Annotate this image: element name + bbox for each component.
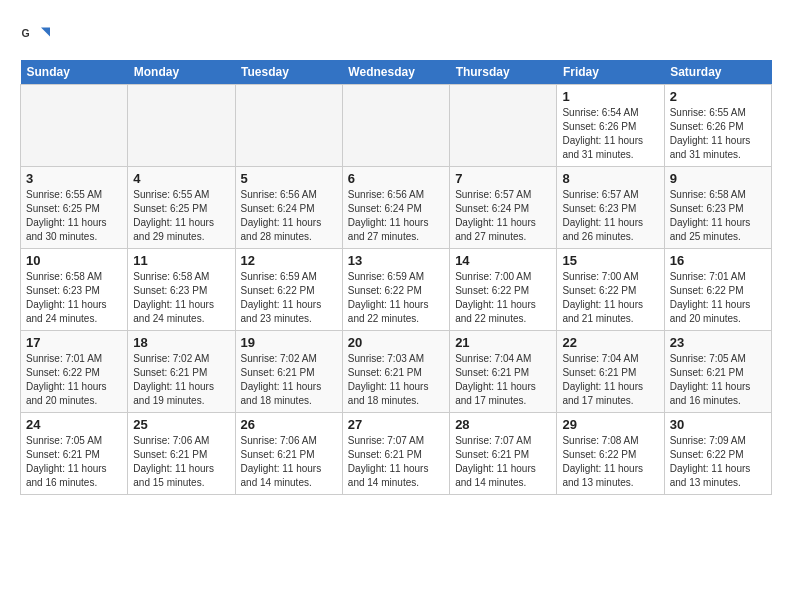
day-info: Sunrise: 7:02 AM Sunset: 6:21 PM Dayligh… bbox=[133, 352, 229, 408]
calendar-cell: 28Sunrise: 7:07 AM Sunset: 6:21 PM Dayli… bbox=[450, 413, 557, 495]
weekday-header-friday: Friday bbox=[557, 60, 664, 85]
calendar-cell: 14Sunrise: 7:00 AM Sunset: 6:22 PM Dayli… bbox=[450, 249, 557, 331]
day-number: 29 bbox=[562, 417, 658, 432]
day-number: 30 bbox=[670, 417, 766, 432]
day-info: Sunrise: 7:01 AM Sunset: 6:22 PM Dayligh… bbox=[670, 270, 766, 326]
calendar-cell: 15Sunrise: 7:00 AM Sunset: 6:22 PM Dayli… bbox=[557, 249, 664, 331]
day-info: Sunrise: 6:59 AM Sunset: 6:22 PM Dayligh… bbox=[241, 270, 337, 326]
calendar-cell: 26Sunrise: 7:06 AM Sunset: 6:21 PM Dayli… bbox=[235, 413, 342, 495]
calendar-cell: 30Sunrise: 7:09 AM Sunset: 6:22 PM Dayli… bbox=[664, 413, 771, 495]
calendar-cell: 2Sunrise: 6:55 AM Sunset: 6:26 PM Daylig… bbox=[664, 85, 771, 167]
page-header: G bbox=[20, 20, 772, 50]
weekday-header-saturday: Saturday bbox=[664, 60, 771, 85]
week-row-3: 10Sunrise: 6:58 AM Sunset: 6:23 PM Dayli… bbox=[21, 249, 772, 331]
calendar-cell: 22Sunrise: 7:04 AM Sunset: 6:21 PM Dayli… bbox=[557, 331, 664, 413]
day-number: 28 bbox=[455, 417, 551, 432]
day-number: 8 bbox=[562, 171, 658, 186]
calendar-cell: 3Sunrise: 6:55 AM Sunset: 6:25 PM Daylig… bbox=[21, 167, 128, 249]
day-info: Sunrise: 7:06 AM Sunset: 6:21 PM Dayligh… bbox=[241, 434, 337, 490]
day-info: Sunrise: 7:09 AM Sunset: 6:22 PM Dayligh… bbox=[670, 434, 766, 490]
day-info: Sunrise: 7:00 AM Sunset: 6:22 PM Dayligh… bbox=[455, 270, 551, 326]
calendar-cell: 29Sunrise: 7:08 AM Sunset: 6:22 PM Dayli… bbox=[557, 413, 664, 495]
calendar-cell: 24Sunrise: 7:05 AM Sunset: 6:21 PM Dayli… bbox=[21, 413, 128, 495]
day-info: Sunrise: 7:00 AM Sunset: 6:22 PM Dayligh… bbox=[562, 270, 658, 326]
day-info: Sunrise: 6:55 AM Sunset: 6:25 PM Dayligh… bbox=[133, 188, 229, 244]
day-info: Sunrise: 6:57 AM Sunset: 6:24 PM Dayligh… bbox=[455, 188, 551, 244]
week-row-2: 3Sunrise: 6:55 AM Sunset: 6:25 PM Daylig… bbox=[21, 167, 772, 249]
day-info: Sunrise: 7:02 AM Sunset: 6:21 PM Dayligh… bbox=[241, 352, 337, 408]
calendar-cell: 16Sunrise: 7:01 AM Sunset: 6:22 PM Dayli… bbox=[664, 249, 771, 331]
day-info: Sunrise: 6:58 AM Sunset: 6:23 PM Dayligh… bbox=[26, 270, 122, 326]
day-number: 22 bbox=[562, 335, 658, 350]
calendar-cell: 5Sunrise: 6:56 AM Sunset: 6:24 PM Daylig… bbox=[235, 167, 342, 249]
calendar-cell: 9Sunrise: 6:58 AM Sunset: 6:23 PM Daylig… bbox=[664, 167, 771, 249]
day-info: Sunrise: 7:05 AM Sunset: 6:21 PM Dayligh… bbox=[670, 352, 766, 408]
calendar-cell bbox=[235, 85, 342, 167]
calendar-cell: 27Sunrise: 7:07 AM Sunset: 6:21 PM Dayli… bbox=[342, 413, 449, 495]
day-number: 11 bbox=[133, 253, 229, 268]
day-number: 1 bbox=[562, 89, 658, 104]
weekday-header-sunday: Sunday bbox=[21, 60, 128, 85]
weekday-header-monday: Monday bbox=[128, 60, 235, 85]
day-info: Sunrise: 6:57 AM Sunset: 6:23 PM Dayligh… bbox=[562, 188, 658, 244]
day-info: Sunrise: 7:06 AM Sunset: 6:21 PM Dayligh… bbox=[133, 434, 229, 490]
week-row-1: 1Sunrise: 6:54 AM Sunset: 6:26 PM Daylig… bbox=[21, 85, 772, 167]
weekday-header-thursday: Thursday bbox=[450, 60, 557, 85]
day-info: Sunrise: 7:07 AM Sunset: 6:21 PM Dayligh… bbox=[348, 434, 444, 490]
calendar-cell: 10Sunrise: 6:58 AM Sunset: 6:23 PM Dayli… bbox=[21, 249, 128, 331]
calendar-cell bbox=[21, 85, 128, 167]
day-info: Sunrise: 7:04 AM Sunset: 6:21 PM Dayligh… bbox=[562, 352, 658, 408]
day-number: 16 bbox=[670, 253, 766, 268]
weekday-header-tuesday: Tuesday bbox=[235, 60, 342, 85]
day-number: 7 bbox=[455, 171, 551, 186]
day-number: 23 bbox=[670, 335, 766, 350]
svg-text:G: G bbox=[22, 27, 30, 39]
calendar-cell: 4Sunrise: 6:55 AM Sunset: 6:25 PM Daylig… bbox=[128, 167, 235, 249]
day-number: 18 bbox=[133, 335, 229, 350]
day-info: Sunrise: 6:56 AM Sunset: 6:24 PM Dayligh… bbox=[241, 188, 337, 244]
calendar-cell: 11Sunrise: 6:58 AM Sunset: 6:23 PM Dayli… bbox=[128, 249, 235, 331]
weekday-header-wednesday: Wednesday bbox=[342, 60, 449, 85]
calendar-cell: 19Sunrise: 7:02 AM Sunset: 6:21 PM Dayli… bbox=[235, 331, 342, 413]
calendar-table: SundayMondayTuesdayWednesdayThursdayFrid… bbox=[20, 60, 772, 495]
day-number: 6 bbox=[348, 171, 444, 186]
calendar-cell: 8Sunrise: 6:57 AM Sunset: 6:23 PM Daylig… bbox=[557, 167, 664, 249]
day-info: Sunrise: 7:08 AM Sunset: 6:22 PM Dayligh… bbox=[562, 434, 658, 490]
calendar-cell bbox=[450, 85, 557, 167]
day-info: Sunrise: 6:58 AM Sunset: 6:23 PM Dayligh… bbox=[670, 188, 766, 244]
day-info: Sunrise: 7:07 AM Sunset: 6:21 PM Dayligh… bbox=[455, 434, 551, 490]
calendar-cell: 1Sunrise: 6:54 AM Sunset: 6:26 PM Daylig… bbox=[557, 85, 664, 167]
day-number: 12 bbox=[241, 253, 337, 268]
calendar-cell bbox=[342, 85, 449, 167]
svg-marker-2 bbox=[41, 28, 50, 37]
calendar-cell bbox=[128, 85, 235, 167]
day-info: Sunrise: 6:54 AM Sunset: 6:26 PM Dayligh… bbox=[562, 106, 658, 162]
day-number: 10 bbox=[26, 253, 122, 268]
logo-icon: G bbox=[20, 20, 50, 50]
day-number: 2 bbox=[670, 89, 766, 104]
day-number: 21 bbox=[455, 335, 551, 350]
calendar-cell: 12Sunrise: 6:59 AM Sunset: 6:22 PM Dayli… bbox=[235, 249, 342, 331]
week-row-4: 17Sunrise: 7:01 AM Sunset: 6:22 PM Dayli… bbox=[21, 331, 772, 413]
day-info: Sunrise: 6:55 AM Sunset: 6:25 PM Dayligh… bbox=[26, 188, 122, 244]
day-number: 20 bbox=[348, 335, 444, 350]
calendar-cell: 25Sunrise: 7:06 AM Sunset: 6:21 PM Dayli… bbox=[128, 413, 235, 495]
day-info: Sunrise: 7:05 AM Sunset: 6:21 PM Dayligh… bbox=[26, 434, 122, 490]
day-number: 3 bbox=[26, 171, 122, 186]
day-info: Sunrise: 6:56 AM Sunset: 6:24 PM Dayligh… bbox=[348, 188, 444, 244]
calendar-cell: 18Sunrise: 7:02 AM Sunset: 6:21 PM Dayli… bbox=[128, 331, 235, 413]
calendar-cell: 6Sunrise: 6:56 AM Sunset: 6:24 PM Daylig… bbox=[342, 167, 449, 249]
day-number: 4 bbox=[133, 171, 229, 186]
day-info: Sunrise: 7:03 AM Sunset: 6:21 PM Dayligh… bbox=[348, 352, 444, 408]
day-number: 24 bbox=[26, 417, 122, 432]
day-number: 19 bbox=[241, 335, 337, 350]
calendar-cell: 23Sunrise: 7:05 AM Sunset: 6:21 PM Dayli… bbox=[664, 331, 771, 413]
calendar-cell: 13Sunrise: 6:59 AM Sunset: 6:22 PM Dayli… bbox=[342, 249, 449, 331]
day-number: 5 bbox=[241, 171, 337, 186]
day-info: Sunrise: 7:01 AM Sunset: 6:22 PM Dayligh… bbox=[26, 352, 122, 408]
day-number: 25 bbox=[133, 417, 229, 432]
day-info: Sunrise: 6:59 AM Sunset: 6:22 PM Dayligh… bbox=[348, 270, 444, 326]
day-number: 14 bbox=[455, 253, 551, 268]
calendar-cell: 7Sunrise: 6:57 AM Sunset: 6:24 PM Daylig… bbox=[450, 167, 557, 249]
day-info: Sunrise: 7:04 AM Sunset: 6:21 PM Dayligh… bbox=[455, 352, 551, 408]
